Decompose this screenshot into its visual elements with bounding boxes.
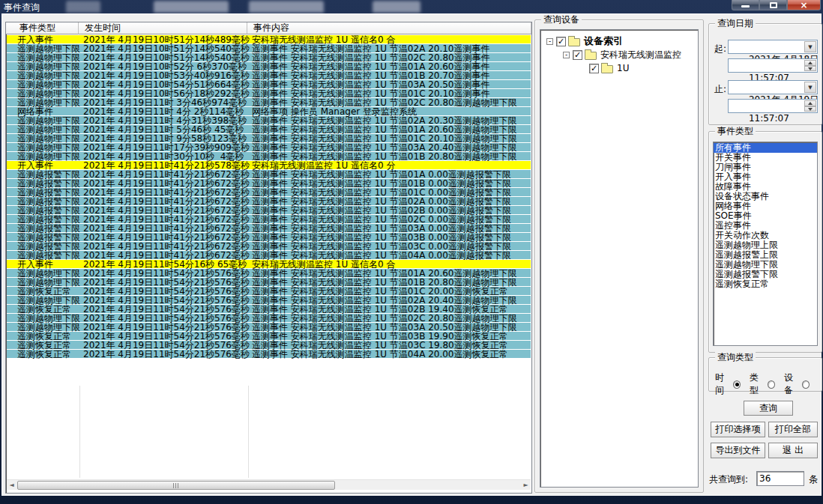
- cell-event-time: 2021年 4月19日11时 3分46秒974毫秒: [79, 98, 248, 106]
- cell-event-content: 遥测事件 安科瑞无线测温监控 1U 节温01B 20.80遥测越物理下限: [248, 152, 531, 160]
- from-date-picker[interactable]: 2021年 4月18日 ▼: [728, 40, 818, 54]
- titlebar: 事件查询 ×: [0, 0, 823, 13]
- column-header-event-time[interactable]: 发生时间: [79, 22, 247, 34]
- spin-down-icon[interactable]: [804, 106, 816, 112]
- column-header-event-type[interactable]: 事件类型: [6, 22, 79, 34]
- cell-event-time: 2021年 4月19日11时41分21秒672毫秒: [79, 197, 248, 205]
- scrollbar-grip-icon: [173, 483, 179, 488]
- event-type-list-item[interactable]: 遥测恢复正常: [714, 279, 817, 289]
- cell-event-content: 遥测事件 安科瑞无线测温监控 1U 节温01C 20.10遥测事件: [248, 89, 531, 97]
- minimize-button[interactable]: [732, 0, 759, 10]
- cell-event-type: 遥测越物理下限: [7, 269, 79, 277]
- scroll-left-icon[interactable]: ◄: [7, 480, 16, 491]
- tree-item[interactable]: -✓1U: [540, 61, 698, 75]
- query-type-option[interactable]: 设备: [784, 371, 810, 397]
- cell-event-content: 遥测事件 安科瑞无线测温监控 1U 节温03A 20.50遥测事件: [248, 80, 531, 88]
- cell-event-time: 2021年 4月19日10时54分51秒664毫秒: [79, 80, 248, 88]
- cell-event-time: 2021年 4月19日11时54分21秒576毫秒: [79, 296, 248, 304]
- cell-event-content: 遥测事件 安科瑞无线测温监控 1U 节温02A 20.10遥测事件: [248, 44, 531, 52]
- cell-event-content: 遥测事件 安科瑞无线测温监控 1U 节温02C 20.80遥测越物理下限: [248, 314, 531, 322]
- radio-label: 时间: [715, 371, 732, 397]
- print-all-button[interactable]: 打印全部: [768, 422, 818, 437]
- query-type-option[interactable]: 类型: [750, 371, 775, 397]
- cell-event-time: 2021年 4月19日11时54分21秒576毫秒: [79, 323, 248, 331]
- query-button[interactable]: 查询: [744, 401, 793, 416]
- cell-event-time: 2021年 4月19日11时54分16秒 65毫秒: [79, 260, 248, 268]
- result-count-label: 共查询到:: [709, 473, 748, 486]
- cell-event-content: 遥测事件 安科瑞无线测温监控 1U 节温01C 20.00遥测恢复正常: [248, 287, 531, 295]
- radio-button[interactable]: [802, 380, 810, 389]
- cell-event-content: 安科瑞无线测温监控 1U 遥信名0 合: [248, 35, 531, 43]
- cell-event-type: 遥测越物理下限: [7, 89, 79, 97]
- cell-event-time: 2021年 4月19日11时41分21秒672毫秒: [79, 170, 248, 178]
- tree-item-label: 1U: [617, 63, 629, 73]
- date-panel: 查询日期 起: 2021年 4月18日 ▼ 11:57:07 止: 2021年 …: [708, 23, 822, 125]
- radio-button[interactable]: [768, 380, 775, 389]
- radio-label: 设备: [784, 371, 801, 397]
- result-count-unit: 条: [809, 473, 818, 486]
- result-count-field[interactable]: 36: [756, 471, 804, 486]
- titlebar-tab-blurred[interactable]: [154, 1, 229, 13]
- cell-event-type: 遥测越物理下限: [7, 125, 79, 133]
- cell-event-content: 安科瑞无线测温监控 1U 遥信名0 分: [248, 161, 531, 169]
- scrollbar-thumb[interactable]: [17, 481, 335, 490]
- cell-event-time: 2021年 4月19日11时 9分58秒123毫秒: [79, 134, 248, 142]
- scroll-right-icon[interactable]: ►: [521, 480, 531, 491]
- print-selected-button[interactable]: 打印选择项: [711, 422, 765, 437]
- tree-item[interactable]: -✓设备索引: [540, 34, 698, 48]
- cell-event-content: 遥测事件 安科瑞无线测温监控 1U 节温02B 19.40遥测恢复正常: [248, 305, 531, 313]
- to-date-picker[interactable]: 2021年 4月19日 ▼: [728, 80, 818, 94]
- folder-icon: [601, 65, 613, 73]
- tree-collapse-icon[interactable]: -: [546, 38, 553, 45]
- titlebar-tab-blurred[interactable]: [373, 1, 420, 13]
- titlebar-tab-blurred[interactable]: [66, 1, 100, 13]
- cell-event-content: 安科瑞无线测温监控 1U 遥信名0 合: [248, 260, 531, 268]
- cell-event-time: 2021年 4月19日11时54分21秒576毫秒: [79, 269, 248, 277]
- horizontal-scrollbar[interactable]: ◄ ►: [7, 479, 531, 490]
- window-controls: ×: [732, 0, 821, 10]
- spin-down-icon[interactable]: [804, 66, 816, 72]
- table-row[interactable]: 遥测恢复正常2021年 4月19日11时54分21秒576毫秒遥测事件 安科瑞无…: [7, 350, 531, 359]
- chevron-down-icon[interactable]: ▼: [804, 82, 816, 93]
- cell-event-content: 遥测事件 安科瑞无线测温监控 1U 节温01B 20.70遥测事件: [248, 71, 531, 79]
- query-type-option[interactable]: 时间: [715, 371, 741, 397]
- cell-event-type: 遥测越物理下限: [7, 98, 79, 106]
- exit-button[interactable]: 退 出: [768, 443, 818, 458]
- tree-checkbox[interactable]: ✓: [573, 50, 582, 60]
- cell-event-time: 2021年 4月19日11时54分21秒576毫秒: [79, 341, 248, 349]
- cell-event-content: 遥测事件 安科瑞无线测温监控 1U 节温01B 20.80遥测越物理下限: [248, 278, 531, 286]
- from-time-spinner[interactable]: 11:57:07: [728, 58, 818, 73]
- titlebar-tab-blurred[interactable]: [249, 1, 324, 13]
- spin-up-icon[interactable]: [804, 60, 816, 66]
- cell-event-type: 遥测越物理下限: [7, 80, 79, 88]
- radio-button[interactable]: [733, 380, 741, 389]
- spin-up-icon[interactable]: [804, 100, 816, 106]
- cell-event-type: 遥测越物理下限: [7, 116, 79, 124]
- cell-event-time: 2021年 4月19日10时51分14秒540毫秒: [79, 53, 248, 61]
- tree-checkbox[interactable]: ✓: [589, 64, 599, 73]
- column-gridline: [248, 386, 249, 478]
- cell-event-type: 遥测越物理下限: [7, 71, 79, 79]
- cell-event-type: 遥测越报警下限: [7, 224, 79, 232]
- cell-event-type: 遥测越物理下限: [7, 296, 79, 304]
- from-label: 起:: [714, 43, 726, 55]
- cell-event-time: 2021年 4月19日11时54分21秒576毫秒: [79, 287, 248, 295]
- cell-event-content: 遥测事件 安科瑞无线测温监控 1U 节温02C 20.80遥测事件: [248, 53, 531, 61]
- event-table: 事件类型 发生时间 事件内容 开入事件2021年 4月19日10时51分14秒4…: [5, 22, 532, 494]
- cell-event-type: 网络事件: [7, 107, 79, 115]
- maximize-button[interactable]: [759, 0, 787, 10]
- tree-item[interactable]: -✓安科瑞无线测温监控: [540, 48, 698, 61]
- tree-checkbox[interactable]: ✓: [556, 37, 566, 46]
- chevron-down-icon[interactable]: ▼: [804, 41, 816, 52]
- close-button[interactable]: ×: [787, 0, 821, 10]
- folder-icon: [585, 52, 597, 60]
- cell-event-content: 遥测事件 安科瑞无线测温监控 1U 节温01A 20.60遥测越物理下限: [248, 269, 531, 277]
- cell-event-type: 遥测越报警下限: [7, 251, 79, 259]
- cell-event-content: 遥测事件 安科瑞无线测温监控 1U 节温01C 20.10遥测越物理下限: [248, 134, 531, 142]
- to-time-spinner[interactable]: 11:57:07: [728, 99, 818, 113]
- tree-collapse-icon[interactable]: -: [563, 52, 570, 58]
- cell-event-content: 遥测事件 安科瑞无线测温监控 1U 节温01A 20.60遥测事件: [248, 62, 531, 70]
- query-type-radios: 时间类型设备: [715, 371, 819, 397]
- column-header-event-content[interactable]: 事件内容: [247, 22, 531, 34]
- export-button[interactable]: 导出到文件: [711, 443, 765, 458]
